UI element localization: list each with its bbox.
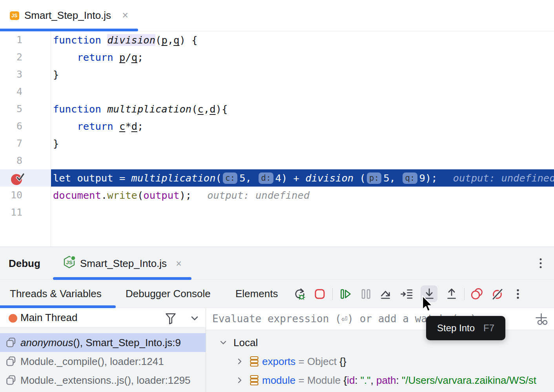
- code-line[interactable]: 3}: [0, 66, 554, 83]
- editor-tab-smart-step-into[interactable]: JS Smart_Step_Into.js ×: [0, 0, 128, 31]
- more-icon: [512, 288, 524, 300]
- code-line[interactable]: 1function division(p,q) {: [0, 31, 554, 49]
- code-text[interactable]: return c*d;: [51, 118, 554, 135]
- code-token: ,: [168, 34, 173, 46]
- step-over-button[interactable]: [380, 288, 392, 300]
- code-text[interactable]: }: [51, 66, 554, 83]
- chevron-down-icon: [219, 338, 228, 347]
- editor-gutter[interactable]: 2: [0, 49, 51, 66]
- stop-button[interactable]: [313, 288, 326, 300]
- editor-gutter[interactable]: 6: [0, 118, 51, 135]
- editor-tab-close-icon[interactable]: ×: [122, 10, 128, 21]
- run-to-cursor-button[interactable]: [400, 288, 413, 300]
- resume-icon: [339, 288, 352, 300]
- code-line[interactable]: 8: [0, 152, 554, 169]
- editor-gutter[interactable]: 8: [0, 152, 51, 169]
- variable-text-part: {: [343, 374, 347, 386]
- editor-gutter[interactable]: 4: [0, 83, 51, 100]
- filter-icon[interactable]: [165, 312, 177, 326]
- mouse-cursor: [421, 295, 436, 316]
- active-session-indicator: [53, 277, 191, 280]
- line-number[interactable]: 2: [0, 49, 22, 66]
- line-number[interactable]: 1: [0, 31, 22, 49]
- resume-button[interactable]: [339, 288, 352, 300]
- line-number[interactable]: 11: [0, 204, 22, 221]
- breakpoint-icon[interactable]: [10, 172, 26, 189]
- code-editor[interactable]: 1function division(p,q) {2 return p/q;3}…: [0, 31, 554, 247]
- code-token: c: [197, 103, 203, 115]
- nodejs-debug-icon: JS: [63, 255, 76, 272]
- code-token: output =: [71, 172, 131, 184]
- stack-frame-row[interactable]: Module._extensions..js(), loader:1295: [0, 371, 206, 390]
- variable-row[interactable]: exports = Object {}: [206, 352, 554, 371]
- code-line[interactable]: 6 return c*d;: [0, 118, 554, 135]
- debug-session-tab-close-icon[interactable]: ×: [176, 258, 182, 269]
- code-line[interactable]: 10document.write(output);output: undefin…: [0, 187, 554, 204]
- line-number[interactable]: 4: [0, 83, 22, 100]
- code-text[interactable]: document.write(output);output: undefined: [51, 187, 554, 204]
- code-line[interactable]: 7}: [0, 135, 554, 152]
- frames-list: anonymous(), Smart_Step_Into.js:9Module.…: [0, 333, 206, 390]
- code-line[interactable]: 11: [0, 204, 554, 221]
- parameter-hint-chip: c:: [223, 172, 237, 184]
- editor-gutter[interactable]: 3: [0, 66, 51, 83]
- code-line[interactable]: 2 return p/q;: [0, 49, 554, 66]
- code-line[interactable]: 4: [0, 83, 554, 100]
- stack-frame-row[interactable]: anonymous(), Smart_Step_Into.js:9: [0, 333, 206, 352]
- code-text[interactable]: }: [51, 135, 554, 152]
- code-text[interactable]: function multiplication(c,d){: [51, 100, 554, 118]
- code-text[interactable]: function division(p,q) {: [51, 31, 554, 49]
- code-token: [53, 51, 77, 63]
- debug-tab-threads-variables[interactable]: Threads & Variables: [10, 280, 102, 308]
- step-out-button[interactable]: [445, 288, 458, 300]
- editor-gutter[interactable]: 7: [0, 135, 51, 152]
- rerun-debugger-button[interactable]: [293, 288, 306, 300]
- parameter-hint-chip: q:: [403, 172, 417, 184]
- code-line[interactable]: 5function multiplication(c,d){: [0, 100, 554, 118]
- view-breakpoints-button[interactable]: [471, 288, 483, 300]
- line-number[interactable]: 10: [0, 187, 22, 204]
- debug-tab-elements[interactable]: Elements: [235, 280, 278, 308]
- execution-line[interactable]: let output = multiplication(c:5, d:4) + …: [0, 169, 554, 187]
- editor-gutter[interactable]: 11: [0, 204, 51, 221]
- pause-icon: [359, 288, 372, 300]
- code-text[interactable]: [51, 152, 554, 169]
- frame-label-part: anonymous: [20, 337, 73, 348]
- code-token: function: [53, 103, 101, 115]
- thread-selector[interactable]: Main Thread: [0, 308, 206, 328]
- line-number[interactable]: 5: [0, 100, 22, 118]
- add-watch-icon[interactable]: [535, 313, 549, 327]
- debug-session-tab[interactable]: JS Smart_Step_Into.js ×: [63, 247, 182, 279]
- debugger-toolbar: [289, 280, 528, 308]
- more-button[interactable]: [512, 288, 524, 300]
- editor-gutter[interactable]: 1: [0, 31, 51, 49]
- line-number[interactable]: 7: [0, 135, 22, 152]
- mute-breakpoints-button[interactable]: [491, 288, 504, 300]
- code-token: }: [53, 69, 59, 80]
- debug-header-more-icon[interactable]: [537, 257, 545, 271]
- scope-label: Local: [233, 337, 258, 349]
- editor-gutter[interactable]: 5: [0, 100, 51, 118]
- chevron-down-icon[interactable]: [190, 314, 199, 324]
- line-number[interactable]: 6: [0, 118, 22, 135]
- code-text[interactable]: [51, 204, 554, 221]
- code-token: d: [210, 103, 215, 115]
- frame-label-part: (), Smart_Step_Into.js:9: [73, 337, 181, 348]
- line-number[interactable]: 8: [0, 152, 22, 169]
- editor-gutter[interactable]: [0, 169, 51, 187]
- editor-gutter[interactable]: 10: [0, 187, 51, 204]
- variable-row[interactable]: module = Module {id: ".", path: "/Users/…: [206, 371, 554, 390]
- code-token: 5,: [383, 172, 401, 184]
- code-token: [113, 51, 119, 63]
- variable-text: module = Module {id: ".", path: "/Users/…: [262, 374, 536, 387]
- code-text[interactable]: let output = multiplication(c:5, d:4) + …: [51, 169, 554, 187]
- code-text[interactable]: return p/q;: [51, 49, 554, 66]
- stack-frame-row[interactable]: Module._compile(), loader:1241: [0, 352, 206, 371]
- pause-button[interactable]: [359, 288, 372, 300]
- code-token: );: [179, 189, 191, 201]
- step-into-tooltip: Step Into F7: [426, 316, 505, 340]
- debug-tab-debugger-console[interactable]: Debugger Console: [126, 280, 211, 308]
- code-text[interactable]: [51, 83, 554, 100]
- line-number[interactable]: 3: [0, 66, 22, 83]
- editor-tab-title: Smart_Step_Into.js: [24, 9, 111, 22]
